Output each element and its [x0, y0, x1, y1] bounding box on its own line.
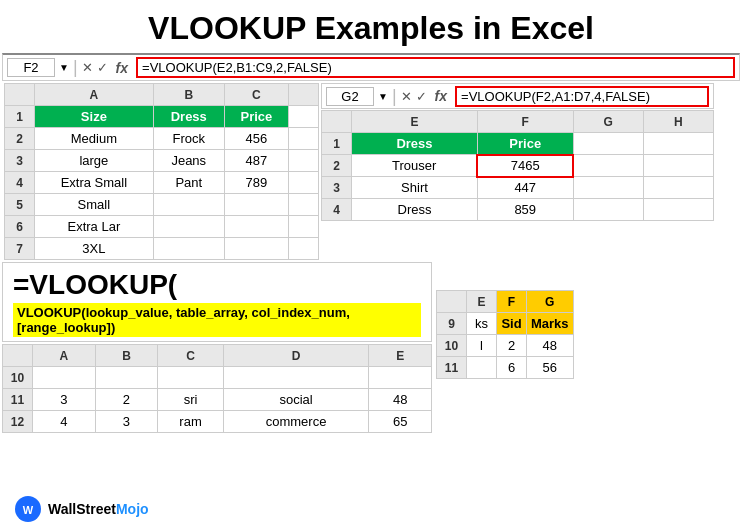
cell-ref-box-1[interactable]: F2	[7, 58, 55, 77]
table-row: 3 large Jeans 487	[5, 150, 319, 172]
table-row: 10	[3, 367, 432, 389]
col-header-A: A	[35, 84, 154, 106]
table-row: 11 6 56	[437, 357, 574, 379]
table-row: 1 Size Dress Price	[5, 106, 319, 128]
formula-bar-1: F2 ▼ | ✕ ✓ fx =VLOOKUP(E2,B1:C9,2,FALSE)	[2, 53, 740, 81]
left-table: A B C 1 Size Dress Price 2 Medium Frock …	[4, 83, 319, 260]
right-spreadsheet-section: G2 ▼ | ✕ ✓ fx =VLOOKUP(F2,A1:D7,4,FALSE)…	[319, 83, 714, 260]
right-table: E F G H 1 Dress Price 2 Trouser 7465 3	[321, 110, 714, 221]
formula-bar-divider-2: |	[392, 86, 397, 107]
col-header-B: B	[153, 84, 224, 106]
fx-icon: fx	[112, 60, 132, 76]
table-row: 4 Dress 859	[322, 199, 714, 221]
confirm-icon[interactable]: ✓	[97, 60, 108, 75]
table-row: 1 Dress Price	[322, 133, 714, 155]
table-row: 5 Small	[5, 194, 319, 216]
logo-icon: W	[14, 495, 42, 523]
col-header-H: H	[643, 111, 713, 133]
table-row: 9 ks Sid Marks	[437, 313, 574, 335]
table-row: 7 3XL	[5, 238, 319, 260]
fx-icon-2: fx	[431, 88, 451, 104]
table-row: 10 l 2 48	[437, 335, 574, 357]
table-row: 4 Extra Small Pant 789	[5, 172, 319, 194]
col-header-F: F	[477, 111, 573, 133]
confirm-icon-2[interactable]: ✓	[416, 89, 427, 104]
formula-bar-2: G2 ▼ | ✕ ✓ fx =VLOOKUP(F2,A1:D7,4,FALSE)	[321, 83, 714, 109]
corner-cell-r	[322, 111, 352, 133]
table-row: 11 3 2 sri social 48	[3, 389, 432, 411]
big-formula-box: =VLOOKUP( VLOOKUP(lookup_value, table_ar…	[2, 262, 432, 342]
dropdown-icon: ▼	[59, 62, 69, 73]
logo-text: WallStreetMojo	[48, 501, 149, 517]
formula-input-1[interactable]: =VLOOKUP(E2,B1:C9,2,FALSE)	[136, 57, 735, 78]
col-header-D	[289, 84, 319, 106]
formula-bar-divider: |	[73, 57, 78, 78]
bottom-right-section: E F G 9 ks Sid Marks 10 l 2 48 11 6 56	[436, 290, 574, 433]
big-formula-section: =VLOOKUP( VLOOKUP(lookup_value, table_ar…	[2, 262, 432, 433]
formula-hint-text: VLOOKUP(lookup_value, table_array, col_i…	[17, 305, 350, 335]
formula-hint: VLOOKUP(lookup_value, table_array, col_i…	[13, 303, 421, 337]
table-row: 12 4 3 ram commerce 65	[3, 411, 432, 433]
bottom-right-table: E F G 9 ks Sid Marks 10 l 2 48 11 6 56	[436, 290, 574, 379]
cancel-icon[interactable]: ✕	[82, 60, 93, 75]
table-row: 2 Trouser 7465	[322, 155, 714, 177]
cancel-icon-2[interactable]: ✕	[401, 89, 412, 104]
logo-area: W WallStreetMojo	[6, 491, 157, 527]
col-header-G: G	[573, 111, 643, 133]
col-header-E: E	[352, 111, 478, 133]
col-header-C: C	[224, 84, 288, 106]
page-title: VLOOKUP Examples in Excel	[0, 0, 742, 53]
table-row: 6 Extra Lar	[5, 216, 319, 238]
bottom-left-table: A B C D E 10 11 3 2 sri social 48	[2, 344, 432, 433]
formula-input-2[interactable]: =VLOOKUP(F2,A1:D7,4,FALSE)	[455, 86, 709, 107]
left-spreadsheet-section: A B C 1 Size Dress Price 2 Medium Frock …	[4, 83, 319, 260]
big-formula-text: =VLOOKUP(	[13, 269, 421, 301]
dropdown-icon-2: ▼	[378, 91, 388, 102]
svg-text:W: W	[23, 504, 34, 516]
cell-ref-box-2[interactable]: G2	[326, 87, 374, 106]
corner-cell	[5, 84, 35, 106]
table-row: 3 Shirt 447	[322, 177, 714, 199]
table-row: 2 Medium Frock 456	[5, 128, 319, 150]
